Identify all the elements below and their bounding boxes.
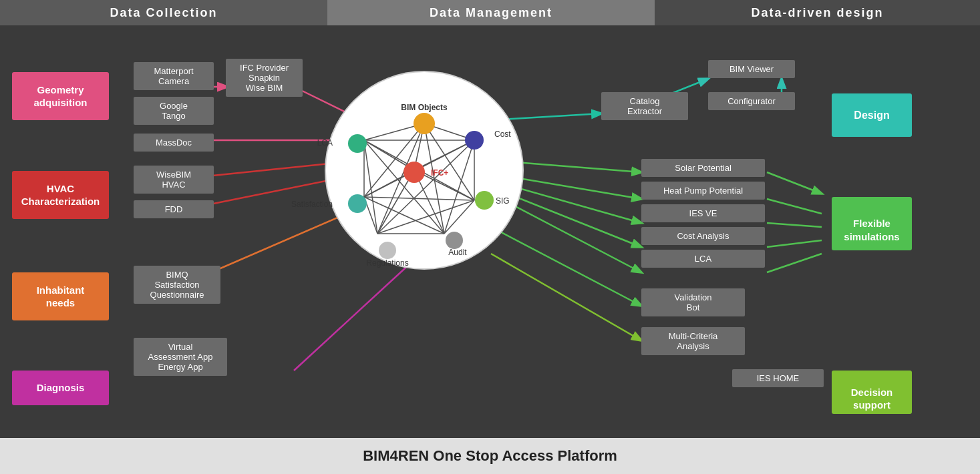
tool-virtual-app: VirtualAssessment AppEnergy App [134,338,227,376]
output-ies-home: IES HOME [732,369,824,387]
tool-bimq: BIMQSatisfactionQuestionnaire [134,266,220,304]
svg-line-41 [444,200,474,234]
svg-line-38 [377,170,414,234]
svg-line-47 [364,140,444,234]
svg-point-52 [465,131,484,150]
svg-line-29 [364,124,424,140]
svg-line-1 [294,87,362,120]
output-solar: Solar Potential [641,159,765,177]
svg-text:Regulations: Regulations [366,258,408,268]
category-hvac: HVAC Characterization [12,171,109,219]
banner-data-collection: Data Collection [0,0,327,25]
svg-line-27 [377,124,424,234]
svg-line-7 [491,113,601,120]
right-label-design: Design [832,93,912,137]
svg-line-36 [414,170,474,200]
category-inhabitant: Inhabitant needs [12,272,109,320]
output-multi-criteria: Multi-CriteriaAnalysis [641,327,745,355]
svg-line-14 [491,194,641,272]
svg-line-25 [424,124,474,200]
svg-line-18 [767,199,822,214]
tool-ifc-provider: IFC ProviderSnapkinWise BIM [226,59,303,97]
category-geometry: Geometry adquisition [12,72,109,120]
banner-data-driven: Data-driven design [655,0,980,25]
svg-line-42 [377,200,474,234]
right-label-flexible: Flexiblesimulations [832,197,912,250]
svg-line-40 [364,140,414,170]
svg-text:LCA: LCA [317,138,333,148]
svg-line-46 [364,197,444,234]
output-validation: ValidationBot [641,288,745,316]
output-configurator: Configurator [708,92,795,110]
svg-point-56 [348,194,367,213]
tool-fdd: FDD [134,200,214,218]
svg-line-32 [444,140,474,234]
svg-line-21 [767,254,822,272]
svg-line-11 [491,174,641,199]
header-banners: Data Collection Data Management Data-dri… [0,0,980,25]
tool-matterport: MatterportCamera [134,62,214,90]
svg-line-30 [414,140,474,170]
output-ies-ve: IES VE [641,204,765,222]
svg-text:Cost: Cost [494,130,511,139]
svg-line-20 [767,240,822,247]
svg-line-24 [414,124,424,170]
output-bim-viewer: BIM Viewer [708,60,795,78]
svg-line-13 [491,187,641,247]
svg-line-17 [767,172,822,194]
tool-massdoc: MassDoc [134,134,214,152]
svg-line-12 [491,180,641,223]
svg-line-34 [364,140,474,197]
right-label-decision: Decisionsupport [832,371,912,414]
svg-line-37 [414,170,444,234]
svg-text:IFC+: IFC+ [431,168,448,178]
svg-line-15 [491,227,641,306]
svg-line-43 [364,197,474,200]
svg-line-6 [294,254,421,371]
svg-line-48 [364,197,377,234]
svg-line-44 [364,140,474,200]
bottom-title: BIM4REN One Stop Access Platform [0,438,980,474]
svg-line-26 [424,124,444,234]
svg-text:Audit: Audit [448,248,467,257]
output-lca: LCA [641,250,765,268]
tool-wisebim: WiseBIMHVAC [134,166,214,194]
svg-point-54 [446,232,463,249]
svg-point-57 [348,134,367,153]
svg-text:BIM Objects: BIM Objects [401,103,448,112]
output-heat-pump: Heat Pump Potential [641,182,765,200]
tool-google: GoogleTango [134,97,214,125]
svg-line-23 [424,124,474,140]
svg-point-51 [414,113,435,134]
svg-line-10 [491,160,641,172]
svg-line-28 [364,124,424,197]
svg-line-16 [491,254,641,340]
svg-point-22 [325,71,523,269]
svg-line-19 [767,223,822,227]
svg-point-53 [475,191,494,210]
svg-text:Satisfaction: Satisfaction [291,200,333,209]
output-catalog: CatalogExtractor [601,92,688,120]
svg-point-58 [403,162,425,183]
category-diagnosis: Diagnosis [12,371,109,405]
svg-text:SIG: SIG [496,196,510,206]
output-cost-analysis: Cost Analysis [641,227,765,245]
svg-line-33 [377,140,474,234]
svg-line-39 [364,170,414,197]
svg-point-55 [379,242,396,259]
svg-line-49 [364,140,377,234]
banner-data-management: Data Management [327,0,655,25]
